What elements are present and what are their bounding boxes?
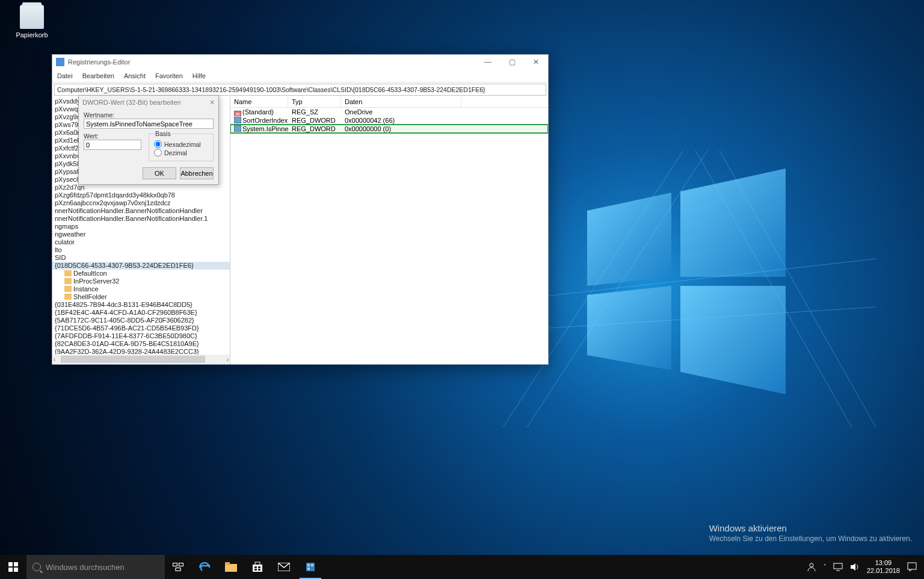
svg-marker-0 [587,193,671,286]
listview-header[interactable]: Name Typ Daten [230,97,548,108]
close-button[interactable]: ✕ [524,55,548,69]
edge-icon[interactable] [191,555,218,579]
folder-icon [64,270,72,276]
svg-rect-19 [253,565,262,572]
start-button[interactable] [0,555,26,579]
menu-item[interactable]: Bearbeiten [78,72,119,79]
clock[interactable]: 13:09 22.01.2018 [863,555,904,579]
tree-item[interactable]: culator [52,238,230,246]
tray-chevron-icon[interactable]: ˆ [820,555,830,579]
svg-rect-12 [8,568,13,572]
tree-item[interactable]: ngmaps [52,223,230,231]
list-row[interactable]: SortOrderIndexREG_DWORD0x00000042 (66) [230,116,548,125]
tree-subitem[interactable]: Instance [52,285,230,293]
store-icon[interactable] [244,555,271,579]
mail-icon[interactable] [271,555,297,579]
input-wert[interactable] [84,140,141,150]
folder-icon [64,286,72,292]
search-icon [32,563,41,571]
list-row[interactable]: System.IsPinnedTo...REG_DWORD0x00000000 … [230,125,548,133]
basis-legend: Basis [154,130,172,137]
recycle-bin-desktop-icon[interactable]: Papierkorb [11,5,53,39]
tree-item[interactable]: SID [52,254,230,262]
col-type[interactable]: Typ [288,97,341,107]
tree-item[interactable]: pXzg6fdzp57dpmt1dqardd3y48kkx0qb78 [52,191,230,199]
menu-item[interactable]: Ansicht [119,72,150,79]
svg-marker-33 [851,563,855,571]
tree-item[interactable]: nnerNotificationHandler.BannerNotificati… [52,215,230,223]
col-data[interactable]: Daten [341,97,461,107]
titlebar[interactable]: Registrierungs-Editor — ▢ ✕ [52,55,548,69]
tree-item[interactable]: {7AFDFDDB-F914-11E4-8377-6C3BE50D980C} [52,332,230,340]
menu-item[interactable]: Datei [52,72,78,79]
listview-pane[interactable]: Name Typ Daten ab(Standard)REG_SZOneDriv… [230,97,548,364]
svg-rect-11 [14,562,18,566]
svg-rect-23 [254,569,257,571]
input-wertname[interactable] [84,119,214,129]
address-bar[interactable]: Computer\HKEY_USERS\S-1-5-21-369866333-1… [54,84,546,96]
tree-subitem[interactable]: InProcServer32 [52,277,230,285]
network-icon[interactable] [830,555,846,579]
maximize-button[interactable]: ▢ [500,55,524,69]
menu-item[interactable]: Hilfe [188,72,211,79]
file-explorer-icon[interactable] [218,555,244,579]
ok-button[interactable]: OK [143,167,176,179]
svg-rect-16 [176,568,180,571]
tree-item[interactable]: nnerNotificationHandler.BannerNotificati… [52,207,230,215]
svg-marker-1 [680,169,786,277]
svg-rect-31 [834,563,842,569]
action-center-icon[interactable] [904,555,920,579]
tree-item[interactable]: {82CA8DE3-01AD-4CEA-9D75-BE4C51810A9E} [52,340,230,348]
menu-item[interactable]: Favoriten [150,72,188,79]
taskbar: Windows durchsuchen ˆ 13:09 22.01.2018 [0,555,924,579]
svg-rect-27 [307,564,310,566]
tree-item[interactable]: {5AB7172C-9C11-405C-8DD5-AF20F3606282} [52,317,230,324]
reg-value-icon [234,117,241,123]
tree-subitem[interactable]: ShellFolder [52,293,230,301]
basis-fieldset: Basis Hexadezimal Dezimal [149,130,214,161]
svg-line-6 [719,150,876,427]
svg-rect-15 [179,563,183,566]
radio-hex[interactable] [154,140,162,148]
volume-icon[interactable] [846,555,863,579]
tree-item[interactable]: lto [52,246,230,254]
svg-rect-21 [254,566,257,568]
task-view-icon[interactable] [165,555,191,579]
reg-value-icon: ab [234,111,241,116]
window-title: Registrierungs-Editor [68,58,130,66]
tree-item[interactable]: {031E4825-7B94-4dc3-B131-E946B44C8DD5} [52,301,230,309]
dialog-titlebar[interactable]: DWORD-Wert (32-Bit) bearbeiten × [79,96,218,109]
tree-hscrollbar[interactable]: ‹› [52,355,230,364]
tree-item-selected[interactable]: {018D5C66-4533-4307-9B53-224DE2ED1FE6} [52,262,230,270]
radio-dec[interactable] [154,149,162,156]
tree-subitem[interactable]: DefaultIcon [52,270,230,277]
svg-rect-22 [258,566,260,568]
menubar: Datei Bearbeiten Ansicht Favoriten Hilfe [52,69,548,82]
svg-line-7 [695,150,852,427]
recycle-bin-icon [20,5,44,29]
col-name[interactable]: Name [230,97,288,107]
system-tray: ˆ 13:09 22.01.2018 [803,555,924,579]
people-icon[interactable] [803,555,820,579]
svg-line-9 [503,307,876,331]
folder-icon [64,278,72,284]
wallpaper-windows-logo [503,150,876,427]
svg-marker-3 [680,286,786,394]
svg-rect-14 [173,563,177,566]
dialog-close-icon[interactable]: × [210,98,215,107]
tree-item[interactable]: {1BF42E4C-4AF4-4CFD-A1A0-CF2960B8F63E} [52,309,230,317]
cancel-button[interactable]: Abbrechen [180,167,214,179]
svg-rect-29 [307,568,310,570]
regedit-icon [56,58,64,66]
label-wert: Wert: [84,132,141,140]
reg-value-icon [234,125,241,132]
taskbar-search[interactable]: Windows durchsuchen [26,555,165,579]
list-row[interactable]: ab(Standard)REG_SZOneDrive [230,108,548,116]
regedit-taskbar-icon[interactable] [297,555,324,579]
tree-item[interactable]: {71DCE5D6-4B57-496B-AC21-CD5B54EB93FD} [52,324,230,332]
tree-item[interactable]: pXzn6aajbccnx2qvxjawp7v0xnj1zdzdcz [52,199,230,207]
svg-line-8 [503,259,876,301]
svg-marker-2 [587,286,671,370]
tree-item[interactable]: ngweather [52,231,230,238]
minimize-button[interactable]: — [476,55,500,69]
